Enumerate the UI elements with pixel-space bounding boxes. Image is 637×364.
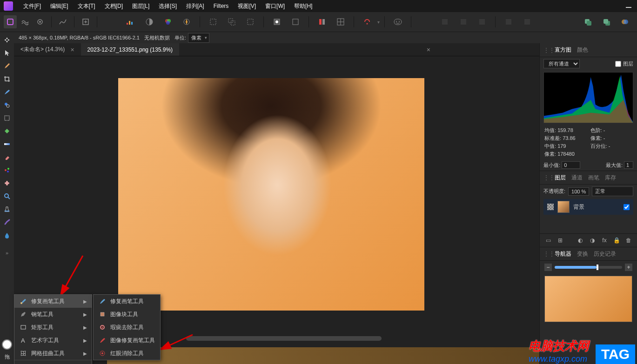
- menu-heal-brush-tool[interactable]: 修复画笔工具 ▶: [14, 295, 92, 308]
- menu-document[interactable]: 文档[D]: [100, 0, 127, 12]
- persona-export-icon[interactable]: [79, 15, 92, 28]
- effects-tool-icon[interactable]: [1, 164, 13, 176]
- eraser-tool-icon[interactable]: [1, 151, 13, 163]
- drag-handle-icon[interactable]: ⋮⋮: [543, 47, 547, 53]
- selection-add-icon[interactable]: [223, 15, 240, 29]
- menu-view[interactable]: 视图[V]: [233, 0, 261, 12]
- tab-stock[interactable]: 库存: [605, 174, 616, 182]
- arrange-front-icon[interactable]: [598, 15, 615, 29]
- tab-color[interactable]: 颜色: [577, 46, 588, 54]
- persona-tone-icon[interactable]: [56, 15, 69, 28]
- layer-group-icon[interactable]: ▭: [543, 236, 553, 245]
- gradient-tool-icon[interactable]: [1, 138, 13, 150]
- min-input[interactable]: [562, 161, 580, 169]
- persona-liquify-icon[interactable]: [19, 15, 32, 28]
- menu-edit[interactable]: 编辑[E]: [46, 0, 73, 12]
- menu-arrange[interactable]: 排列[A]: [181, 0, 209, 12]
- horizontal-scrollbar[interactable]: [186, 336, 382, 341]
- menu-select[interactable]: 选择[S]: [154, 0, 181, 12]
- channel-select[interactable]: 所有通道: [543, 59, 580, 68]
- close-icon[interactable]: ×: [70, 46, 74, 53]
- menu-filters[interactable]: Filters: [209, 1, 234, 11]
- selection-rect-icon[interactable]: [205, 15, 221, 29]
- drag-handle-icon[interactable]: ⋮⋮: [543, 174, 547, 181]
- layer-lock-icon[interactable]: 🔒: [612, 236, 621, 245]
- menu-file[interactable]: 文件[F]: [19, 0, 46, 12]
- chevron-down-icon[interactable]: ▾: [205, 35, 207, 40]
- layer-checkbox[interactable]: [615, 61, 621, 67]
- minimize-icon[interactable]: [626, 7, 631, 8]
- tab-navigator[interactable]: 导航器: [555, 250, 571, 258]
- zoom-tool-icon[interactable]: [1, 190, 13, 202]
- menu-mesh-warp-tool[interactable]: 网格扭曲工具 ▶: [14, 347, 92, 360]
- quickmask-icon[interactable]: [268, 15, 285, 29]
- assistant-icon[interactable]: [359, 15, 375, 29]
- auto-colors-icon[interactable]: [160, 15, 176, 29]
- blend-mode-select[interactable]: 正常: [592, 186, 633, 196]
- drag-handle-icon[interactable]: ⋮⋮: [543, 251, 547, 257]
- zoom-in-icon[interactable]: +: [625, 264, 632, 271]
- canvas-image[interactable]: [118, 78, 424, 311]
- smudge-tool-icon[interactable]: [1, 216, 13, 228]
- submenu-heal-brush[interactable]: 修复画笔工具: [94, 295, 160, 308]
- selection-sub-icon[interactable]: [242, 15, 259, 29]
- persona-develop-icon[interactable]: [34, 15, 47, 28]
- pointer-tool-icon[interactable]: [1, 47, 13, 59]
- layer-dup-icon[interactable]: ⊞: [556, 236, 565, 245]
- submenu-redeye-tool[interactable]: 红眼消除工具: [94, 347, 160, 360]
- beaker-tool-icon[interactable]: [1, 203, 13, 215]
- layer-mask-icon[interactable]: ◐: [576, 236, 585, 245]
- grid-icon[interactable]: [332, 15, 349, 29]
- layer-row[interactable]: 背景: [543, 199, 633, 215]
- submenu-patch-tool[interactable]: 图像块工具: [94, 308, 160, 321]
- opacity-value[interactable]: 100 %: [568, 187, 589, 196]
- menu-rectangle-tool[interactable]: 矩形工具 ▶: [14, 321, 92, 334]
- marquee-tool-icon[interactable]: [1, 112, 13, 124]
- close-icon[interactable]: ×: [427, 46, 430, 53]
- face-icon[interactable]: [389, 15, 406, 29]
- layer-lock-checkbox[interactable]: [624, 204, 630, 210]
- layer-fx-icon[interactable]: fx: [600, 236, 609, 245]
- submenu-blemish-tool[interactable]: 瑕疵去除工具: [94, 321, 160, 334]
- tab-channels[interactable]: 通道: [571, 174, 583, 182]
- menu-arttext-tool[interactable]: A 艺术字工具 ▶: [14, 334, 92, 347]
- crop-tool-icon[interactable]: [1, 73, 13, 85]
- move-tool-icon[interactable]: [1, 34, 13, 46]
- auto-contrast-icon[interactable]: [141, 15, 158, 29]
- arrange-back-icon[interactable]: [579, 15, 596, 29]
- tab-history[interactable]: 历史记录: [594, 250, 616, 258]
- clone-tool-icon[interactable]: [1, 99, 13, 111]
- brush-tool-icon[interactable]: [1, 60, 13, 72]
- menu-window[interactable]: 窗口[W]: [261, 0, 289, 12]
- foreground-color[interactable]: [2, 339, 12, 350]
- persona-photo-icon[interactable]: [4, 15, 17, 28]
- paint-tool-icon[interactable]: [1, 86, 13, 98]
- auto-levels-icon[interactable]: [122, 15, 139, 29]
- layer-delete-icon[interactable]: 🗑: [624, 236, 633, 245]
- visibility-icon[interactable]: [547, 204, 554, 210]
- menu-text[interactable]: 文本[T]: [73, 0, 100, 12]
- menu-help[interactable]: 帮助[H]: [289, 0, 317, 12]
- zoom-slider[interactable]: [555, 266, 622, 269]
- max-input[interactable]: [624, 161, 633, 169]
- refine-icon[interactable]: [287, 15, 304, 29]
- tab-transform[interactable]: 变换: [577, 250, 588, 258]
- zoom-out-icon[interactable]: −: [544, 264, 552, 271]
- expand-tools-icon[interactable]: »: [1, 247, 13, 259]
- tab-layers[interactable]: 图层: [555, 174, 566, 182]
- tab-image[interactable]: 2023-12-27_133551.png (135.9%) ×: [81, 43, 179, 56]
- drop-tool-icon[interactable]: [1, 229, 13, 241]
- bool-icon[interactable]: [617, 15, 633, 29]
- menu-layer[interactable]: 图层[L]: [127, 0, 154, 12]
- heal-tool-icon[interactable]: [1, 177, 13, 189]
- submenu-inpaint-tool[interactable]: 图像修复画笔工具: [94, 334, 160, 347]
- menu-pen-tool[interactable]: 钢笔工具 ▶: [14, 308, 92, 321]
- flood-tool-icon[interactable]: [1, 125, 13, 137]
- menu-zoom-tool[interactable]: 缩放工具: [14, 360, 92, 364]
- snap-icon[interactable]: [314, 15, 330, 29]
- tab-brushes[interactable]: 画笔: [588, 174, 599, 182]
- navigator-preview[interactable]: [544, 276, 632, 322]
- tab-histogram[interactable]: 直方图: [555, 46, 571, 54]
- tab-untitled[interactable]: <未命名> (14.3%) ×: [14, 43, 81, 56]
- layer-adjust-icon[interactable]: ◑: [588, 236, 597, 245]
